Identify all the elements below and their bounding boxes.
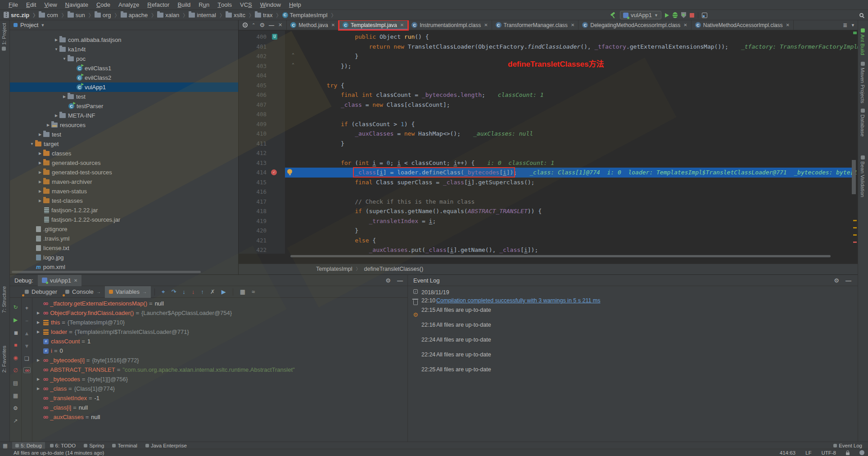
tree-collapsed-icon[interactable]: ▶ [53, 38, 59, 42]
code-line-401[interactable]: 401return new TransletClassLoader(Object… [239, 42, 858, 52]
window-button-terminal[interactable]: Terminal [109, 442, 140, 449]
tab-DelegatingMethodAccessorImpl-class[interactable]: CDelegatingMethodAccessorImpl.class✕ [579, 20, 691, 30]
tree-item-pom.xml[interactable]: mpom.xml [10, 262, 238, 272]
tree-item-testParser[interactable]: CtestParser [10, 101, 238, 111]
tree-collapsed-icon[interactable]: ▶ [37, 199, 43, 203]
variable-row-_bytecodesi[interactable]: ▶oo_bytecodes[i]={byte[1516]@772} [37, 356, 407, 365]
code-line-418[interactable]: 418if (superClass.getName().equals(ABSTR… [239, 206, 858, 216]
remove-watch-icon[interactable]: − [22, 317, 32, 325]
code-line-421[interactable]: 421else { [239, 236, 858, 246]
stop-button[interactable] [690, 13, 694, 18]
sidebar-item-favorites[interactable]: 2: Favorites [1, 346, 7, 373]
breadcrumb-item-org[interactable]: org〉 [95, 11, 120, 18]
tree-item-.gitignore[interactable]: .gitignore [10, 224, 238, 234]
tool-windows-icon[interactable] [702, 13, 707, 18]
window-button-spring[interactable]: Spring [81, 442, 107, 449]
tree-collapsed-icon[interactable]: ▶ [37, 330, 43, 334]
evaluate-expression-icon[interactable]: ▦ [240, 288, 245, 295]
window-button-5--debug[interactable]: 5: Debug [12, 442, 45, 449]
code-line-422[interactable]: 422_auxClasses.put(_class[i].getName(), … [239, 245, 858, 254]
tree-collapsed-icon[interactable]: ▶ [37, 189, 43, 193]
menu-item-build[interactable]: Build [173, 0, 194, 10]
code-editor[interactable]: 400Upublic Object run() {401return new T… [239, 31, 858, 254]
caret-position[interactable]: 414:63 [780, 450, 796, 456]
breadcrumb-item-srczip[interactable]: src.zip〉 [4, 11, 38, 18]
search-everywhere-icon[interactable] [859, 13, 863, 17]
menu-item-view[interactable]: View [40, 0, 61, 10]
menu-item-vcs[interactable]: VCS [236, 0, 256, 10]
resume-icon[interactable]: ▶ [10, 316, 21, 324]
add-watch-icon[interactable]: + [22, 304, 32, 312]
breadcrumb-item-xsltc[interactable]: xsltc〉 [226, 11, 254, 18]
tree-collapsed-icon[interactable]: ▶ [45, 123, 51, 127]
code-line-411[interactable]: 411} [239, 139, 858, 149]
window-button-6--todo[interactable]: 6: TODO [47, 442, 79, 449]
close-tab-icon[interactable]: ✕ [571, 23, 574, 27]
breadcrumb-method[interactable]: defineTransletClasses() [364, 266, 424, 272]
step-over-icon[interactable]: ↷ [171, 288, 176, 295]
project-panel-header[interactable]: Project ▼ [10, 20, 238, 30]
code-line-408[interactable]: 408 [239, 109, 858, 119]
tree-collapsed-icon[interactable]: ▶ [37, 358, 43, 362]
variable-row-_classi[interactable]: oo_class[i]=null [37, 403, 407, 412]
breadcrumb-item-com[interactable]: com〉 [39, 11, 67, 18]
tree-item-vulApp1[interactable]: CvulApp1 [10, 82, 238, 92]
hide-icon[interactable]: — [269, 22, 274, 28]
view-breakpoints-icon[interactable]: ◉ [10, 354, 21, 362]
breadcrumb-item-apache[interactable]: apache〉 [121, 11, 157, 18]
menu-item-code[interactable]: Code [92, 0, 114, 10]
tool-window-switcher-icon[interactable]: ▦ [3, 442, 8, 449]
editor-vscrollbar[interactable] [852, 160, 856, 194]
tree-expanded-icon[interactable]: ▼ [61, 57, 68, 61]
tree-collapsed-icon[interactable]: ▶ [37, 377, 43, 381]
run-config-select[interactable]: vulApp1 ▼ [620, 11, 661, 19]
variable-row-ObjectFactoryfindClassLoader[interactable]: ▶ooObjectFactory.findClassLoader()={Laun… [37, 308, 407, 318]
menu-item-help[interactable]: Help [285, 0, 305, 10]
close-tab-icon[interactable]: ✕ [331, 23, 335, 27]
rerun-icon[interactable]: ↻ [10, 303, 21, 311]
run-button[interactable] [665, 13, 669, 18]
menu-item-run[interactable]: Run [194, 0, 213, 10]
event-message-link[interactable]: Compilation completed successfully with … [436, 297, 601, 304]
close-tab-icon[interactable]: ✕ [400, 23, 404, 27]
menu-item-edit[interactable]: Edit [22, 0, 40, 10]
debug-button[interactable] [673, 12, 678, 18]
tab-Method-java[interactable]: CMethod.java✕ [287, 20, 339, 30]
settings-wrench-icon[interactable]: ⚙ [413, 311, 418, 318]
tree-item-maven-status[interactable]: ▶maven-status [10, 187, 238, 196]
tree-item-evilClass1[interactable]: CevilClass1 [10, 64, 238, 73]
sidebar-item-maven-projects[interactable]: Maven Projects [860, 62, 865, 103]
run-to-cursor-icon[interactable]: ▶ [222, 288, 226, 295]
gear-icon[interactable]: ⚙ [834, 277, 839, 284]
variable-row-loader[interactable]: ▶loader={TemplatesImpl$TransletClassLoad… [37, 327, 407, 337]
debugger-tab-variables[interactable]: Variables→ [105, 286, 151, 298]
tree-collapsed-icon[interactable]: ▶ [37, 387, 43, 391]
tree-item-classes[interactable]: ▶classes [10, 149, 238, 158]
tree-collapsed-icon[interactable]: ▶ [37, 320, 43, 324]
window-button-event-log[interactable]: Event Log [830, 442, 865, 449]
chevron-down-icon[interactable]: ▼ [851, 23, 855, 27]
code-line-400[interactable]: 400Upublic Object run() { [239, 32, 858, 42]
stop-icon[interactable]: ■ [10, 341, 21, 349]
gear-icon[interactable]: ⚙ [385, 277, 391, 284]
close-icon[interactable]: ✕ [74, 278, 77, 283]
close-tab-icon[interactable]: ✕ [683, 23, 687, 27]
tree-item-test-classes[interactable]: ▶test-classes [10, 196, 238, 205]
code-line-414[interactable]: 414✓_class[i] = loader.defineClass(_byte… [239, 168, 858, 178]
tree-item-resources[interactable]: ▶resources [10, 120, 238, 130]
locate-file-icon[interactable] [243, 23, 248, 27]
variable-row-_auxClasses[interactable]: oo_auxClasses=null [37, 412, 407, 422]
tree-item-poc[interactable]: ▼poc [10, 54, 238, 64]
menu-item-file[interactable]: File [5, 0, 22, 10]
encoding-indicator[interactable]: UTF-8 [821, 450, 836, 456]
tree-collapsed-icon[interactable]: ▶ [37, 180, 43, 184]
variable-row-i[interactable]: #i=0 [37, 346, 407, 356]
tree-item-target[interactable]: ▼target [10, 139, 238, 149]
tab-TemplatesImpl-java[interactable]: CTemplatesImpl.java✕ [339, 20, 408, 30]
tree-item-ka1n4t[interactable]: ▼ka1n4t [10, 45, 238, 54]
tree-item-META-INF[interactable]: ▶META-INF [10, 111, 238, 120]
tree-item-test[interactable]: ▶test [10, 92, 238, 101]
step-into-icon[interactable]: ↓ [182, 288, 185, 295]
sidebar-item-project[interactable]: 1: Project [1, 23, 7, 51]
code-line-407[interactable]: 407_class = new Class[classCount]; [239, 100, 858, 110]
